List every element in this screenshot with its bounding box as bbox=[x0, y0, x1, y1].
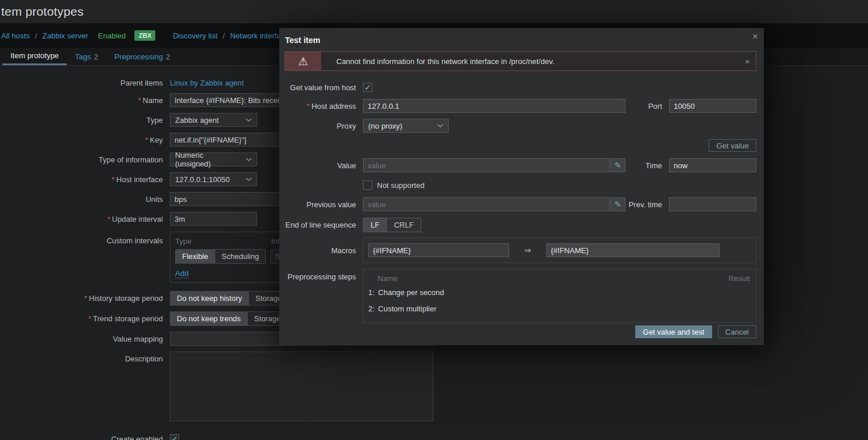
tab-tags[interactable]: Tags 2 bbox=[67, 48, 106, 65]
host-interface-select[interactable]: 127.0.0.1:10050 bbox=[170, 172, 257, 186]
zbx-availability-badge: ZBX bbox=[134, 30, 155, 41]
tab-tags-count: 2 bbox=[94, 52, 98, 61]
not-supported-checkbox[interactable] bbox=[363, 180, 372, 190]
macro-value-input[interactable] bbox=[546, 243, 720, 257]
test-item-dialog: × Test item ⚠ Cannot find information fo… bbox=[279, 28, 764, 345]
host-address-row: *Host address Port bbox=[285, 99, 756, 113]
preprocessing-steps-label: Preprocessing steps bbox=[285, 269, 356, 281]
proxy-select[interactable]: (no proxy) bbox=[363, 119, 449, 133]
preprocessing-steps-table: Name Result 1: Change per second 2: Cust… bbox=[363, 269, 756, 323]
proxy-select-value: (no proxy) bbox=[368, 122, 403, 130]
warning-message-bar: ⚠ Cannot find information for this netwo… bbox=[284, 51, 756, 71]
host-interface-value: 127.0.0.1:10050 bbox=[175, 175, 230, 184]
create-enabled-row: Create enabled ✓ bbox=[0, 434, 868, 440]
value-edit-button[interactable]: ✎ bbox=[610, 158, 625, 172]
port-input[interactable] bbox=[669, 99, 756, 113]
tab-item-prototype[interactable]: Item prototype bbox=[2, 48, 67, 65]
custom-interval-scheduling-option[interactable]: Scheduling bbox=[215, 250, 265, 263]
get-value-button[interactable]: Get value bbox=[709, 139, 756, 152]
breadcrumb-all-hosts[interactable]: All hosts bbox=[1, 31, 30, 40]
warning-icon-box: ⚠ bbox=[285, 52, 321, 70]
dialog-close-icon[interactable]: × bbox=[752, 31, 758, 41]
description-textarea[interactable] bbox=[170, 352, 433, 421]
preprocessing-step-name: Custom multiplier bbox=[378, 304, 436, 313]
custom-interval-type-toggle: Flexible Scheduling bbox=[175, 249, 266, 264]
key-label: *Key bbox=[0, 136, 163, 144]
tab-preprocessing[interactable]: Preprocessing 2 bbox=[106, 48, 178, 65]
name-label: *Name bbox=[0, 96, 163, 105]
time-input[interactable] bbox=[669, 158, 756, 172]
page-header: tem prototypes bbox=[0, 0, 868, 23]
update-interval-input[interactable] bbox=[170, 212, 257, 226]
get-value-button-row: Get value bbox=[285, 139, 756, 152]
get-value-from-host-checkbox[interactable]: ✓ bbox=[363, 83, 372, 92]
port-label: Port bbox=[648, 102, 662, 111]
preprocessing-steps-header: Name Result bbox=[368, 274, 750, 283]
type-select-value: Zabbix agent bbox=[175, 116, 219, 125]
custom-interval-flexible-option[interactable]: Flexible bbox=[176, 250, 215, 263]
description-row: Description bbox=[0, 352, 868, 421]
preprocessing-step-number: 1: bbox=[368, 288, 375, 297]
create-enabled-label: Create enabled bbox=[0, 435, 163, 440]
type-of-information-label: Type of information bbox=[0, 155, 163, 164]
required-asterisk: * bbox=[145, 136, 148, 144]
type-of-information-select[interactable]: Numeric (unsigned) bbox=[170, 152, 257, 166]
required-asterisk: * bbox=[88, 314, 91, 323]
previous-value-edit-button[interactable]: ✎ bbox=[610, 197, 625, 211]
chevron-down-icon bbox=[246, 158, 252, 162]
type-select[interactable]: Zabbix agent bbox=[170, 113, 257, 127]
type-label: Type bbox=[0, 116, 163, 125]
cancel-button[interactable]: Cancel bbox=[718, 325, 756, 338]
check-icon: ✓ bbox=[365, 84, 371, 91]
time-label: Time bbox=[646, 161, 662, 170]
check-icon: ✓ bbox=[172, 435, 178, 440]
breadcrumb-host[interactable]: Zabbix server bbox=[42, 31, 88, 40]
preprocessing-step-row: 1: Change per second bbox=[368, 288, 750, 297]
preprocessing-step-name: Change per second bbox=[378, 288, 444, 297]
host-interface-label: *Host interface bbox=[0, 175, 163, 184]
tab-tags-label: Tags bbox=[75, 52, 91, 61]
proxy-row: Proxy (no proxy) bbox=[285, 119, 756, 133]
preprocessing-step-number: 2: bbox=[368, 304, 375, 313]
eol-crlf-option[interactable]: CRLF bbox=[387, 218, 421, 232]
breadcrumb-separator: / bbox=[223, 31, 225, 40]
required-asterisk: * bbox=[84, 294, 87, 303]
not-supported-label: Not supported bbox=[377, 181, 425, 190]
get-value-and-test-button[interactable]: Get value and test bbox=[635, 325, 712, 338]
trend-do-not-keep-option[interactable]: Do not keep trends bbox=[170, 312, 248, 325]
units-label: Units bbox=[0, 195, 163, 204]
warning-icon: ⚠ bbox=[298, 56, 308, 67]
get-value-from-host-row: Get value from host ✓ bbox=[285, 83, 756, 92]
breadcrumb-separator: / bbox=[35, 31, 37, 40]
custom-intervals-col-type: Type bbox=[175, 237, 271, 246]
required-asterisk: * bbox=[112, 175, 115, 184]
host-status-enabled: Enabled bbox=[98, 31, 126, 40]
end-of-line-sequence-row: End of line sequence LF CRLF bbox=[285, 218, 756, 232]
tab-preprocessing-count: 2 bbox=[166, 52, 170, 61]
value-label: Value bbox=[285, 161, 356, 170]
end-of-line-sequence-label: End of line sequence bbox=[285, 221, 356, 229]
breadcrumb-discovery-list[interactable]: Discovery list bbox=[173, 31, 218, 40]
preprocessing-steps-row: Preprocessing steps Name Result 1: Chang… bbox=[285, 269, 756, 323]
custom-intervals-add-link[interactable]: Add bbox=[175, 269, 188, 278]
host-address-input[interactable] bbox=[363, 99, 625, 113]
required-asterisk: * bbox=[138, 96, 141, 105]
maps-to-arrow-icon: ⇒ bbox=[524, 246, 531, 255]
macro-key-input[interactable] bbox=[368, 243, 509, 257]
create-enabled-checkbox[interactable]: ✓ bbox=[170, 434, 179, 440]
page-title: tem prototypes bbox=[1, 5, 84, 19]
prev-time-input[interactable] bbox=[669, 197, 756, 211]
dialog-title: Test item bbox=[279, 28, 764, 45]
warning-close-icon[interactable]: × bbox=[745, 57, 750, 66]
history-do-not-keep-option[interactable]: Do not keep history bbox=[170, 292, 249, 305]
previous-value-row: Previous value ✎ Prev. time bbox=[285, 197, 756, 211]
parent-items-link[interactable]: Linux by Zabbix agent bbox=[170, 79, 244, 87]
trend-storage-label: *Trend storage period bbox=[0, 314, 163, 323]
previous-value-input[interactable] bbox=[363, 197, 610, 211]
value-input[interactable] bbox=[363, 158, 610, 172]
proxy-label: Proxy bbox=[285, 122, 356, 130]
required-asterisk: * bbox=[307, 102, 310, 111]
chevron-down-icon bbox=[246, 178, 252, 182]
eol-lf-option[interactable]: LF bbox=[364, 218, 387, 232]
host-address-label: *Host address bbox=[285, 102, 356, 111]
